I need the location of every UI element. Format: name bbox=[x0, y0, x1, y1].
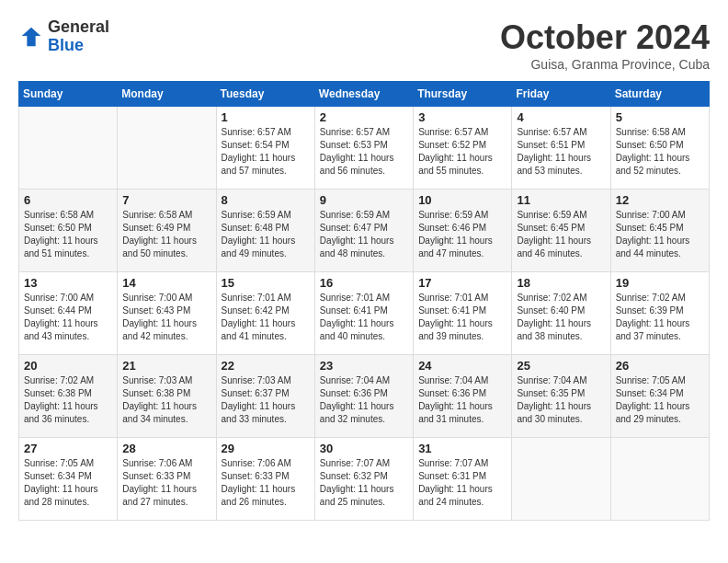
calendar-cell: 16Sunrise: 7:01 AM Sunset: 6:41 PM Dayli… bbox=[314, 272, 413, 355]
day-info: Sunrise: 7:02 AM Sunset: 6:40 PM Dayligh… bbox=[517, 292, 605, 343]
calendar-cell: 19Sunrise: 7:02 AM Sunset: 6:39 PM Dayli… bbox=[610, 272, 709, 355]
day-info: Sunrise: 7:03 AM Sunset: 6:37 PM Dayligh… bbox=[222, 374, 310, 426]
calendar-cell bbox=[118, 107, 216, 190]
day-number: 3 bbox=[418, 110, 506, 124]
day-number: 22 bbox=[222, 359, 310, 373]
calendar-cell: 23Sunrise: 7:04 AM Sunset: 6:36 PM Dayli… bbox=[314, 355, 413, 438]
calendar-cell: 31Sunrise: 7:07 AM Sunset: 6:31 PM Dayli… bbox=[414, 438, 512, 521]
day-info: Sunrise: 6:57 AM Sunset: 6:53 PM Dayligh… bbox=[320, 126, 408, 178]
title-section: October 2024 Guisa, Granma Province, Cub… bbox=[500, 18, 710, 72]
day-info: Sunrise: 7:03 AM Sunset: 6:38 PM Dayligh… bbox=[122, 374, 210, 426]
day-number: 31 bbox=[418, 442, 506, 455]
day-info: Sunrise: 6:58 AM Sunset: 6:50 PM Dayligh… bbox=[24, 209, 112, 260]
calendar-cell: 18Sunrise: 7:02 AM Sunset: 6:40 PM Dayli… bbox=[512, 272, 610, 355]
calendar-cell: 15Sunrise: 7:01 AM Sunset: 6:42 PM Dayli… bbox=[216, 272, 314, 355]
day-info: Sunrise: 7:04 AM Sunset: 6:35 PM Dayligh… bbox=[517, 374, 605, 426]
header-sunday: Sunday bbox=[19, 82, 118, 107]
day-info: Sunrise: 7:04 AM Sunset: 6:36 PM Dayligh… bbox=[418, 374, 506, 426]
day-number: 2 bbox=[320, 110, 408, 124]
week-row-3: 13Sunrise: 7:00 AM Sunset: 6:44 PM Dayli… bbox=[19, 272, 710, 355]
day-number: 26 bbox=[616, 359, 704, 373]
calendar-cell: 20Sunrise: 7:02 AM Sunset: 6:38 PM Dayli… bbox=[19, 355, 118, 438]
day-info: Sunrise: 7:00 AM Sunset: 6:44 PM Dayligh… bbox=[24, 292, 112, 343]
day-number: 13 bbox=[24, 276, 112, 290]
day-info: Sunrise: 6:58 AM Sunset: 6:49 PM Dayligh… bbox=[122, 209, 210, 260]
header-wednesday: Wednesday bbox=[314, 82, 413, 107]
calendar-cell: 5Sunrise: 6:58 AM Sunset: 6:50 PM Daylig… bbox=[610, 107, 709, 190]
week-row-4: 20Sunrise: 7:02 AM Sunset: 6:38 PM Dayli… bbox=[19, 355, 710, 438]
day-info: Sunrise: 7:01 AM Sunset: 6:42 PM Dayligh… bbox=[222, 292, 310, 343]
day-info: Sunrise: 6:59 AM Sunset: 6:47 PM Dayligh… bbox=[320, 209, 408, 260]
calendar-cell: 24Sunrise: 7:04 AM Sunset: 6:36 PM Dayli… bbox=[414, 355, 512, 438]
calendar-cell bbox=[610, 438, 709, 521]
day-number: 18 bbox=[517, 276, 605, 290]
header-row: SundayMondayTuesdayWednesdayThursdayFrid… bbox=[19, 82, 710, 107]
calendar-cell: 11Sunrise: 6:59 AM Sunset: 6:45 PM Dayli… bbox=[512, 190, 610, 272]
calendar-cell: 4Sunrise: 6:57 AM Sunset: 6:51 PM Daylig… bbox=[512, 107, 610, 190]
day-info: Sunrise: 7:00 AM Sunset: 6:43 PM Dayligh… bbox=[122, 292, 210, 343]
day-info: Sunrise: 7:07 AM Sunset: 6:32 PM Dayligh… bbox=[320, 457, 408, 509]
day-number: 10 bbox=[418, 193, 506, 207]
calendar-cell: 1Sunrise: 6:57 AM Sunset: 6:54 PM Daylig… bbox=[216, 107, 314, 190]
calendar-cell: 8Sunrise: 6:59 AM Sunset: 6:48 PM Daylig… bbox=[216, 190, 314, 272]
day-info: Sunrise: 7:05 AM Sunset: 6:34 PM Dayligh… bbox=[616, 374, 704, 426]
day-info: Sunrise: 6:57 AM Sunset: 6:52 PM Dayligh… bbox=[418, 126, 506, 178]
day-number: 27 bbox=[24, 442, 112, 455]
calendar-cell: 30Sunrise: 7:07 AM Sunset: 6:32 PM Dayli… bbox=[314, 438, 413, 521]
calendar-cell: 9Sunrise: 6:59 AM Sunset: 6:47 PM Daylig… bbox=[314, 190, 413, 272]
day-number: 21 bbox=[122, 359, 210, 373]
week-row-2: 6Sunrise: 6:58 AM Sunset: 6:50 PM Daylig… bbox=[19, 190, 710, 272]
week-row-5: 27Sunrise: 7:05 AM Sunset: 6:34 PM Dayli… bbox=[19, 438, 710, 521]
day-number: 28 bbox=[122, 442, 210, 455]
day-info: Sunrise: 7:06 AM Sunset: 6:33 PM Dayligh… bbox=[122, 457, 210, 509]
calendar-cell: 25Sunrise: 7:04 AM Sunset: 6:35 PM Dayli… bbox=[512, 355, 610, 438]
day-number: 16 bbox=[320, 276, 408, 290]
day-info: Sunrise: 7:02 AM Sunset: 6:39 PM Dayligh… bbox=[616, 292, 704, 343]
day-number: 19 bbox=[616, 276, 704, 290]
day-info: Sunrise: 6:57 AM Sunset: 6:51 PM Dayligh… bbox=[517, 126, 605, 178]
calendar-cell: 6Sunrise: 6:58 AM Sunset: 6:50 PM Daylig… bbox=[19, 190, 118, 272]
calendar-cell bbox=[19, 107, 118, 190]
logo-icon bbox=[18, 24, 44, 50]
day-info: Sunrise: 6:59 AM Sunset: 6:45 PM Dayligh… bbox=[517, 209, 605, 260]
calendar-cell: 22Sunrise: 7:03 AM Sunset: 6:37 PM Dayli… bbox=[216, 355, 314, 438]
month-title: October 2024 bbox=[500, 18, 710, 57]
day-info: Sunrise: 7:01 AM Sunset: 6:41 PM Dayligh… bbox=[418, 292, 506, 343]
header-tuesday: Tuesday bbox=[216, 82, 314, 107]
logo-text: General Blue bbox=[48, 18, 109, 55]
calendar-cell: 7Sunrise: 6:58 AM Sunset: 6:49 PM Daylig… bbox=[118, 190, 216, 272]
day-number: 25 bbox=[517, 359, 605, 373]
day-number: 29 bbox=[222, 442, 310, 455]
day-number: 14 bbox=[122, 276, 210, 290]
calendar-cell: 2Sunrise: 6:57 AM Sunset: 6:53 PM Daylig… bbox=[314, 107, 413, 190]
header-friday: Friday bbox=[512, 82, 610, 107]
day-number: 1 bbox=[222, 110, 310, 124]
day-number: 30 bbox=[320, 442, 408, 455]
header-thursday: Thursday bbox=[414, 82, 512, 107]
day-info: Sunrise: 7:00 AM Sunset: 6:45 PM Dayligh… bbox=[616, 209, 704, 260]
day-info: Sunrise: 6:57 AM Sunset: 6:54 PM Dayligh… bbox=[222, 126, 310, 178]
day-info: Sunrise: 7:02 AM Sunset: 6:38 PM Dayligh… bbox=[24, 374, 112, 426]
calendar-cell: 10Sunrise: 6:59 AM Sunset: 6:46 PM Dayli… bbox=[414, 190, 512, 272]
page-header: General Blue October 2024 Guisa, Granma … bbox=[18, 18, 710, 72]
week-row-1: 1Sunrise: 6:57 AM Sunset: 6:54 PM Daylig… bbox=[19, 107, 710, 190]
calendar-table: SundayMondayTuesdayWednesdayThursdayFrid… bbox=[18, 81, 710, 521]
day-number: 8 bbox=[222, 193, 310, 207]
calendar-cell: 17Sunrise: 7:01 AM Sunset: 6:41 PM Dayli… bbox=[414, 272, 512, 355]
day-number: 23 bbox=[320, 359, 408, 373]
calendar-cell: 14Sunrise: 7:00 AM Sunset: 6:43 PM Dayli… bbox=[118, 272, 216, 355]
day-number: 15 bbox=[222, 276, 310, 290]
calendar-cell: 27Sunrise: 7:05 AM Sunset: 6:34 PM Dayli… bbox=[19, 438, 118, 521]
calendar-cell: 28Sunrise: 7:06 AM Sunset: 6:33 PM Dayli… bbox=[118, 438, 216, 521]
day-number: 6 bbox=[24, 193, 112, 207]
calendar-cell: 12Sunrise: 7:00 AM Sunset: 6:45 PM Dayli… bbox=[610, 190, 709, 272]
day-info: Sunrise: 7:01 AM Sunset: 6:41 PM Dayligh… bbox=[320, 292, 408, 343]
calendar-cell: 26Sunrise: 7:05 AM Sunset: 6:34 PM Dayli… bbox=[610, 355, 709, 438]
day-number: 17 bbox=[418, 276, 506, 290]
day-info: Sunrise: 6:59 AM Sunset: 6:46 PM Dayligh… bbox=[418, 209, 506, 260]
day-number: 4 bbox=[517, 110, 605, 124]
day-number: 20 bbox=[24, 359, 112, 373]
day-number: 12 bbox=[616, 193, 704, 207]
logo: General Blue bbox=[18, 18, 109, 55]
location: Guisa, Granma Province, Cuba bbox=[500, 57, 710, 72]
